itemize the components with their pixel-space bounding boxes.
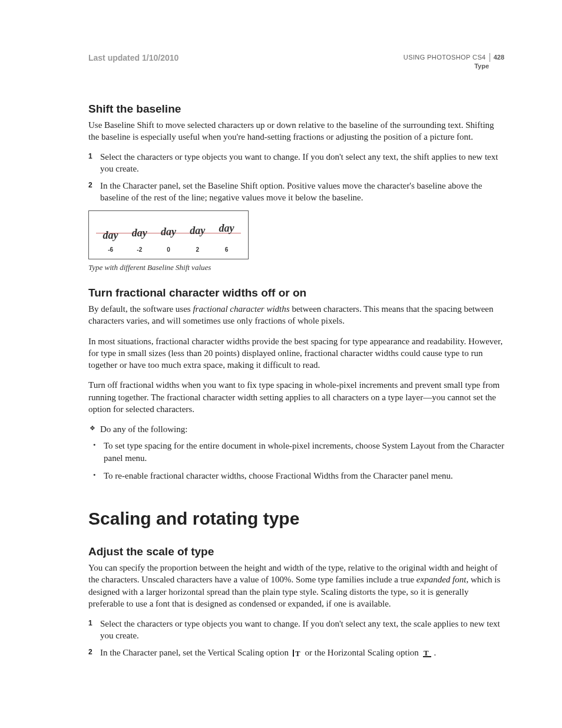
para-fractional-1: By default, the software uses fractional…: [88, 303, 504, 327]
intro-shift: Use Baseline Shift to move selected char…: [88, 119, 504, 143]
figure-value: -6: [96, 246, 125, 253]
section-fractional-widths: Turn fractional character widths off or …: [88, 286, 504, 482]
step-item: In the Character panel, set the Baseline…: [88, 180, 504, 204]
steps-scale: Select the characters or type objects yo…: [88, 618, 504, 660]
page-number: 428: [490, 53, 504, 62]
figure-word: day: [183, 225, 212, 237]
heading-fractional: Turn fractional character widths off or …: [88, 286, 504, 299]
bullet-item: To set type spacing for the entire docum…: [88, 440, 504, 464]
step-item: In the Character panel, set the Vertical…: [88, 647, 504, 660]
last-updated-label: Last updated 1/10/2010: [88, 53, 178, 62]
figure-word: day: [212, 222, 241, 235]
para-scale-1: You can specify the proportion between t…: [88, 562, 504, 610]
heading-adjust-scale: Adjust the scale of type: [88, 545, 504, 558]
figure-value: -2: [125, 246, 154, 253]
figure-box: day day day day day -6 -2 0 2 6: [88, 210, 249, 259]
product-name: USING PHOTOSHOP CS4: [404, 53, 486, 62]
do-any-item: Do any of the following:: [88, 423, 504, 435]
text-run: .: [434, 648, 437, 657]
horizontal-scale-icon: T: [422, 648, 433, 660]
step-item: Select the characters or type objects yo…: [88, 618, 504, 642]
vertical-scale-icon: T: [292, 648, 302, 660]
figure-labels: -6 -2 0 2 6: [96, 246, 241, 253]
figure-row: day day day day day: [96, 219, 241, 238]
heading-scaling-rotating: Scaling and rotating type: [88, 509, 504, 529]
text-run: By default, the software uses: [88, 304, 193, 314]
bullet-list-fractional: To set type spacing for the entire docum…: [88, 440, 504, 482]
figure-value: 0: [154, 246, 183, 253]
section-name: Type: [404, 62, 504, 71]
header-right: USING PHOTOSHOP CS4 428 Type: [404, 53, 504, 71]
emphasis: expanded font: [416, 575, 467, 584]
bullet-item: To re-enable fractional character widths…: [88, 470, 504, 482]
para-fractional-2: In most situations, fractional character…: [88, 335, 504, 371]
page-header: Last updated 1/10/2010 USING PHOTOSHOP C…: [88, 53, 504, 71]
steps-shift: Select the characters or type objects yo…: [88, 151, 504, 203]
section-shift-baseline: Shift the baseline Use Baseline Shift to…: [88, 103, 504, 273]
emphasis: fractional character widths: [193, 304, 289, 314]
text-run: or the Horizontal Scaling option: [303, 648, 421, 657]
svg-rect-3: [423, 656, 431, 657]
heading-shift-baseline: Shift the baseline: [88, 103, 504, 116]
section-adjust-scale: Adjust the scale of type You can specify…: [88, 545, 504, 660]
figure-caption: Type with different Baseline Shift value…: [88, 263, 504, 272]
figure-value: 6: [212, 246, 241, 253]
svg-text:T: T: [424, 649, 429, 657]
step-item: Select the characters or type objects yo…: [88, 151, 504, 175]
para-fractional-3: Turn off fractional widths when you want…: [88, 379, 504, 415]
svg-text:T: T: [295, 649, 300, 657]
figure-value: 2: [183, 246, 212, 253]
figure-word: day: [154, 226, 183, 238]
do-any-list: Do any of the following:: [88, 423, 504, 435]
document-page: Last updated 1/10/2010 USING PHOTOSHOP C…: [0, 0, 562, 728]
figure-word: day: [96, 229, 125, 242]
figure-word: day: [125, 227, 154, 239]
svg-rect-0: [293, 650, 294, 657]
text-run: In the Character panel, set the Vertical…: [100, 648, 291, 657]
figure-baseline-shift: day day day day day -6 -2 0 2 6 Type wit…: [88, 210, 504, 272]
